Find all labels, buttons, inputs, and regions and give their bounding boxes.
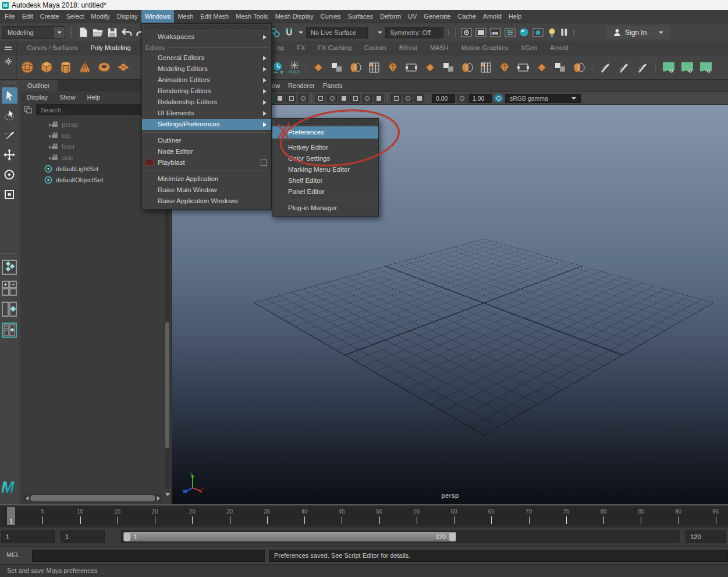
range-end-handle[interactable] [449,532,456,541]
light-editor-icon[interactable] [546,27,557,38]
scrollbar-thumb[interactable] [165,322,169,448]
render-settings-icon[interactable] [504,27,516,38]
mirror-geometry-icon[interactable] [367,59,382,76]
insert-edge-loop-icon[interactable] [598,59,613,76]
menu-curves[interactable]: Curves [317,10,345,23]
use-default-material-icon[interactable] [286,94,296,102]
grease-pencil-icon[interactable] [403,94,413,102]
playback-start-field[interactable]: 1 [61,530,105,543]
outliner-filter-icon[interactable] [22,104,34,115]
menu-generate[interactable]: Generate [420,10,454,23]
menu-file[interactable]: File [1,10,19,23]
mirror-icon[interactable] [311,59,326,76]
sign-in-button[interactable]: Sign In [606,26,670,39]
scrollbar-thumb[interactable] [30,495,155,501]
two-pane-layout[interactable] [1,300,17,318]
sculpt-tool-icon[interactable] [661,59,676,76]
isolate-select-icon[interactable] [391,94,401,102]
poly-torus-icon[interactable] [97,59,112,76]
smooth-target-icon[interactable] [680,59,695,76]
menu-item-minimize-application[interactable]: Minimize Application [142,174,271,185]
shelf-menu-icon[interactable] [0,41,17,55]
outliner-menu-show[interactable]: Show [54,91,81,103]
toolbox-drag-handle[interactable] [3,82,16,84]
move-tool[interactable] [2,147,17,163]
separate-icon[interactable] [348,59,363,76]
menu-surfaces[interactable]: Surfaces [345,10,377,23]
poly-cube-icon[interactable] [39,59,54,76]
poly-cone-icon[interactable] [77,59,93,76]
gamma-icon[interactable] [457,94,467,102]
render-current-frame-icon[interactable] [475,27,487,38]
lights-icon[interactable] [315,94,325,102]
textured-icon[interactable] [275,94,285,102]
select-tool[interactable] [2,87,17,104]
viewport-menu-renderer[interactable]: Renderer [284,80,319,91]
menu-item-modeling-editors[interactable]: Modeling Editors [142,63,271,75]
menu-item-ui-elements[interactable]: UI Elements [142,108,271,119]
symmetry-field[interactable]: Symmetry: Off [385,27,443,38]
shelf-tab-fx-caching[interactable]: FX Caching [311,41,357,55]
menu-item-workspaces[interactable]: Workspaces [142,31,271,43]
scale-tool[interactable] [2,186,17,203]
save-scene-icon[interactable] [106,26,119,39]
checkered-icon[interactable] [298,94,308,102]
shelf-tab-fx[interactable]: FX [290,41,311,55]
quad-draw-icon[interactable] [571,59,587,76]
snapshot-icon[interactable] [414,94,424,102]
color-management-icon[interactable] [493,94,503,102]
scroll-down-icon[interactable] [165,491,170,497]
current-frame-indicator[interactable]: 1 [7,507,15,525]
menu-item-relationship-editors[interactable]: Relationship Editors [142,97,271,108]
command-input[interactable] [32,550,265,562]
multi-cut-icon[interactable] [422,59,438,76]
shadows-icon[interactable] [327,94,337,102]
chevron-down-icon[interactable] [299,31,303,34]
outliner-horizontal-scrollbar[interactable] [24,494,162,502]
snap-magnet-icon[interactable] [283,26,296,39]
shelf-tab-bifrost[interactable]: Bifrost [393,41,424,55]
menu-mesh-tools[interactable]: Mesh Tools [232,10,271,23]
menu-uv[interactable]: UV [404,10,420,23]
fill-hole-icon[interactable] [385,59,400,76]
render-setup-icon[interactable] [532,27,544,38]
menu-item-shelf-editor[interactable]: Shelf Editor [272,175,378,186]
render-view-icon[interactable] [460,27,473,38]
construction-history-icon[interactable] [271,59,286,76]
menu-set-selector[interactable]: Modeling [2,26,65,39]
offset-edge-loop-icon[interactable] [616,59,631,76]
poly-sphere-icon[interactable] [20,59,35,76]
command-line-mode-label[interactable]: MEL [6,551,20,558]
chevron-down-icon[interactable] [54,27,65,38]
menu-display[interactable]: Display [113,10,141,23]
relax-tool-icon[interactable] [698,59,713,76]
smooth-icon[interactable] [534,59,549,76]
menu-item-playblast[interactable]: Playblast [142,157,271,168]
gamma-field[interactable]: 1.00 [468,94,492,103]
menu-item-panel-editor[interactable]: Panel Editor [272,186,378,197]
menu-item-color-settings[interactable]: Color Settings [272,153,378,164]
outliner-tab[interactable]: Outliner [20,80,58,91]
bridge-icon[interactable] [478,59,493,76]
scroll-left-icon[interactable] [26,496,29,501]
menu-item-node-editor[interactable]: Node Editor [142,146,271,157]
poly-plane-icon[interactable] [116,59,131,76]
menu-item-general-editors[interactable]: General Editors [142,52,271,63]
menu-item-animation-editors[interactable]: Animation Editors [142,75,271,86]
snap-to-origin-icon[interactable]: 0,0,0 [289,61,300,75]
menu-arnold[interactable]: Arnold [480,10,505,23]
menu-item-raise-main-window[interactable]: Raise Main Window [142,185,271,196]
target-weld-icon[interactable] [441,59,456,76]
pause-icon[interactable] [560,27,569,38]
menu-help[interactable]: Help [505,10,525,23]
color-transform-select[interactable]: sRGB gamma [505,94,581,103]
menu-item-outliner[interactable]: Outliner [142,135,271,146]
anti-aliasing-icon[interactable] [362,94,372,102]
outliner-persp-layout[interactable] [1,321,17,339]
ipr-render-icon[interactable]: IPR [489,27,502,38]
menu-mesh-display[interactable]: Mesh Display [272,10,317,23]
menu-deform[interactable]: Deform [377,10,404,23]
section-expander-icon[interactable]: 〉 [573,29,574,36]
duplicate-face-icon[interactable] [516,59,531,76]
poly-cylinder-icon[interactable] [58,59,73,76]
